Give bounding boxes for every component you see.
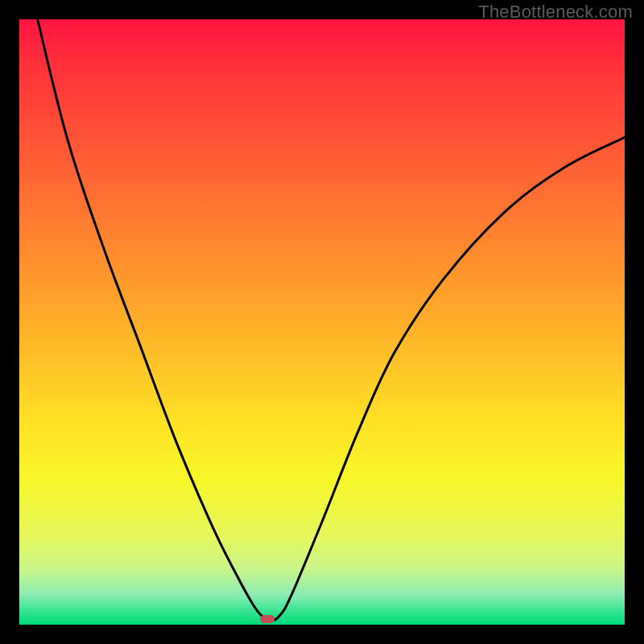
bottleneck-curve (38, 19, 625, 621)
chart-frame: TheBottleneck.com (0, 0, 644, 644)
minimum-marker (260, 615, 275, 623)
plot-area (19, 19, 625, 625)
curve-svg (19, 19, 625, 625)
